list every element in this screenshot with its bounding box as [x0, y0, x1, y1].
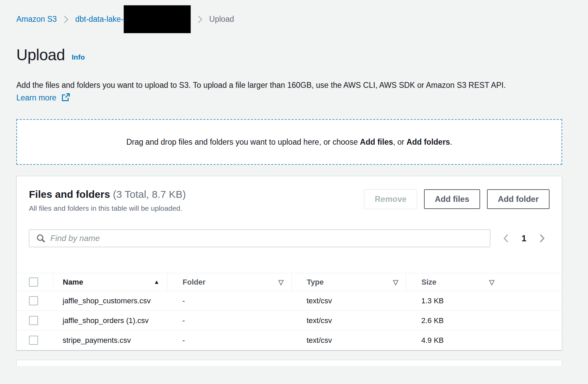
panel-subtitle: All files and folders in this table will… [29, 204, 186, 212]
column-header-size[interactable]: Size ▽ [406, 273, 562, 291]
file-size: 1.3 KB [406, 291, 562, 311]
current-page-number[interactable]: 1 [522, 233, 526, 244]
row-checkbox[interactable] [29, 316, 38, 325]
table-row: jaffle_shop_orders (1).csv - text/csv 2.… [17, 311, 562, 331]
dropzone-text: Drag and drop files and folders you want… [126, 138, 452, 147]
column-header-folder[interactable]: Folder ▽ [167, 273, 291, 291]
page-description: Add the files and folders you want to up… [16, 79, 509, 106]
files-panel: Files and folders (3 Total, 8.7 KB) All … [16, 176, 562, 350]
remove-button[interactable]: Remove [364, 189, 417, 209]
next-section-panel [16, 360, 562, 366]
search-input[interactable] [29, 229, 490, 247]
breadcrumb: Amazon S3 dbt-data-lake- Upload [16, 5, 562, 33]
breadcrumb-current: Upload [209, 15, 234, 24]
learn-more-link[interactable]: Learn more [16, 93, 56, 102]
file-name: jaffle_shop_orders (1).csv [53, 311, 167, 331]
breadcrumb-amazon-s3[interactable]: Amazon S3 [16, 15, 57, 24]
redacted-bucket-name [124, 5, 191, 33]
page-title: Upload [16, 46, 65, 64]
file-type: text/csv [291, 291, 406, 311]
select-all-header [17, 273, 53, 291]
pagination: 1 [502, 233, 550, 244]
chevron-right-icon [62, 15, 70, 24]
breadcrumb-bucket[interactable]: dbt-data-lake- [75, 15, 124, 24]
file-folder: - [167, 291, 291, 311]
file-folder: - [167, 311, 291, 331]
file-name: jaffle_shop_customers.csv [53, 291, 167, 311]
sort-down-icon: ▽ [393, 278, 398, 286]
row-checkbox[interactable] [29, 296, 38, 305]
add-folder-button[interactable]: Add folder [487, 189, 550, 209]
column-header-type[interactable]: Type ▽ [291, 273, 406, 291]
file-type: text/csv [291, 331, 406, 350]
drag-drop-zone[interactable]: Drag and drop files and folders you want… [16, 119, 562, 165]
row-checkbox[interactable] [29, 336, 38, 345]
table-header-row: Name ▲ Folder ▽ Type ▽ [17, 273, 562, 291]
info-link[interactable]: Info [72, 53, 85, 61]
panel-title: Files and folders [29, 189, 110, 200]
column-header-name[interactable]: Name ▲ [53, 273, 167, 291]
select-all-checkbox[interactable] [29, 277, 38, 287]
panel-count: (3 Total, 8.7 KB) [113, 189, 186, 200]
next-page-button[interactable] [538, 233, 546, 243]
file-name: stripe_payments.csv [53, 331, 167, 350]
sort-down-icon: ▽ [278, 278, 283, 286]
file-size: 2.6 KB [406, 311, 562, 331]
table-row: jaffle_shop_customers.csv - text/csv 1.3… [17, 291, 562, 311]
external-link-icon [61, 93, 70, 106]
search-icon [36, 233, 46, 245]
file-folder: - [167, 331, 291, 350]
sort-down-icon: ▽ [489, 278, 494, 286]
sort-ascending-icon: ▲ [154, 279, 160, 286]
add-files-button[interactable]: Add files [424, 189, 480, 209]
chevron-right-icon [196, 15, 204, 24]
table-row: stripe_payments.csv - text/csv 4.9 KB [17, 331, 562, 350]
files-table: Name ▲ Folder ▽ Type ▽ [17, 273, 562, 350]
file-type: text/csv [291, 311, 406, 331]
file-size: 4.9 KB [406, 331, 562, 350]
description-text: Add the files and folders you want to up… [16, 81, 506, 90]
previous-page-button[interactable] [502, 233, 510, 243]
